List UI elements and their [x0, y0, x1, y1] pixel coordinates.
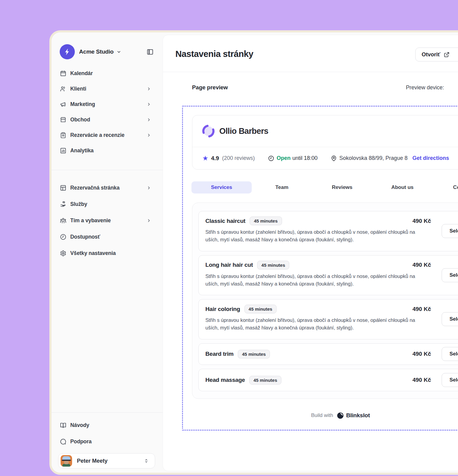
blinkslot-brand-name: Blinkslot [346, 412, 370, 419]
sidebar-item-tim-a-vybavenie[interactable]: Tím a vybavenie [51, 212, 163, 229]
select-button[interactable]: Select [442, 312, 458, 326]
chevron-right-icon [147, 218, 151, 223]
service-card-hair-coloring: Hair coloring 45 minutes 490 Kč Střih s … [198, 299, 458, 339]
layout-icon [60, 185, 66, 191]
service-card-classic-haircut: Classic haircut 45 minutes 490 Kč Střih … [198, 211, 458, 251]
service-price: 490 Kč [413, 351, 431, 357]
calendar-icon [60, 70, 66, 77]
chevrons-up-down-icon [144, 458, 149, 463]
header-divider [163, 72, 458, 72]
sidebar-item-navody[interactable]: Návody [51, 417, 163, 433]
sidebar-item-sluzby[interactable]: Služby [51, 196, 163, 212]
tab-contact[interactable]: Contact [433, 181, 458, 193]
service-name: Long hair hair cut [205, 262, 253, 268]
chevron-right-icon [147, 117, 151, 122]
workspace-logo [60, 44, 75, 59]
page-title: Nastavenia stránky [175, 49, 253, 59]
sidebar-item-klienti[interactable]: Klienti [51, 81, 163, 97]
duration-badge: 45 minutes [250, 217, 282, 225]
review-count: (200 reviews) [222, 155, 255, 161]
hand-heart-icon [60, 201, 66, 207]
workspace-switcher[interactable]: Acme Studio [60, 44, 121, 59]
service-name: Hair coloring [205, 306, 240, 312]
user-name: Peter Meety [77, 458, 108, 464]
service-name: Classic haircut [205, 218, 245, 224]
sidebar-divider [51, 412, 163, 413]
service-card-beard-trim: Beard trim 45 minutes 490 Kč Select [198, 343, 458, 365]
sidebar-item-obchod[interactable]: Obchod [51, 112, 163, 127]
duration-badge: 45 minutes [249, 376, 281, 385]
chevron-right-icon [147, 102, 151, 107]
lightning-bolt-icon [63, 48, 71, 56]
store-icon [60, 117, 66, 123]
sidebar-item-rezervacna-stranka[interactable]: Rezervačná stránka [51, 180, 163, 196]
duration-badge: 45 minutes [257, 261, 289, 269]
analytics-icon [60, 147, 66, 154]
tab-team[interactable]: Team [252, 181, 312, 193]
clock-icon [268, 155, 274, 161]
services-list: Classic haircut 45 minutes 490 Kč Střih … [192, 203, 458, 399]
external-link-icon [444, 52, 450, 58]
open-page-button[interactable]: Otvoriť [415, 48, 458, 61]
users-icon [60, 86, 66, 92]
business-name: Ollio Barbers [219, 127, 268, 136]
gear-icon [60, 250, 66, 256]
chevron-down-icon [117, 50, 121, 54]
avatar [61, 455, 72, 467]
sidebar-divider [51, 170, 163, 170]
main-panel: Nastavenia stránky Otvoriť Page preview … [163, 35, 458, 471]
tab-reviews[interactable]: Reviews [312, 181, 372, 193]
business-header-card: Ollio Barbers ★ 4.9 (200 reviews) Open [192, 115, 458, 170]
business-address: Sokolovska 88/99, Prague 8 [339, 155, 407, 161]
tab-services[interactable]: Services [191, 181, 252, 193]
rating-value: 4.9 [211, 155, 219, 162]
service-card-long-hair-cut: Long hair hair cut 45 minutes 490 Kč Stř… [198, 255, 458, 296]
sidebar-item-podpora[interactable]: Podpora [51, 433, 163, 450]
page-preview-frame: Ollio Barbers ★ 4.9 (200 reviews) Open [182, 106, 458, 431]
chevron-right-icon [147, 186, 151, 190]
sidebar-item-rezervacie[interactable]: Rezervácie a recenzie [51, 127, 163, 143]
sidebar-item-marketing[interactable]: Marketing [51, 97, 163, 112]
tab-about-us[interactable]: About us [372, 181, 433, 193]
sidebar-item-analytika[interactable]: Analytika [51, 143, 163, 158]
blinkslot-logo-icon [337, 412, 344, 419]
sidebar-item-kalendar[interactable]: Kalendár [51, 66, 163, 81]
book-icon [60, 422, 66, 428]
sidebar-nav-main: Kalendár Klienti Marketing Obchod [51, 66, 163, 158]
user-menu[interactable]: Peter Meety [58, 453, 155, 468]
sidebar-item-dostupnost[interactable]: Dostupnosť [51, 229, 163, 245]
duration-badge: 45 minutes [244, 305, 277, 313]
sidebar-item-vsetky-nastavenia[interactable]: Všetky nastavenia [51, 245, 163, 261]
chat-icon [60, 438, 66, 445]
clock-icon [60, 234, 66, 240]
service-price: 490 Kč [413, 377, 431, 383]
app-window: Acme Studio Kalendár [49, 30, 458, 475]
sidebar-nav-secondary: Rezervačná stránka Služby Tím a vybaveni… [51, 180, 163, 261]
select-button[interactable]: Select [442, 347, 458, 361]
page-preview-label: Page preview [192, 84, 228, 91]
select-button[interactable]: Select [442, 268, 458, 282]
select-button[interactable]: Select [442, 224, 458, 238]
service-description: Střih s úpravou kontur (zaholení břitvou… [205, 273, 416, 288]
business-logo [201, 124, 215, 138]
map-pin-icon [331, 155, 337, 161]
team-icon [60, 217, 66, 224]
service-name: Head massage [205, 377, 245, 383]
service-description: Střih s úpravou kontur (zaholení břitvou… [205, 316, 416, 332]
collapse-sidebar-icon[interactable] [147, 48, 154, 55]
duration-badge: 45 minutes [238, 350, 270, 359]
service-description: Střih s úpravou kontur (zaholení břitvou… [205, 228, 416, 243]
select-button[interactable]: Select [442, 373, 458, 387]
sidebar: Acme Studio Kalendár [51, 32, 163, 473]
workspace-name: Acme Studio [79, 48, 114, 55]
get-directions-link[interactable]: Get directions [412, 155, 449, 161]
star-icon: ★ [202, 155, 208, 162]
chevron-right-icon [147, 87, 151, 91]
service-card-head-massage: Head massage 45 minutes 490 Kč Select [198, 369, 458, 391]
service-name: Beard trim [205, 351, 234, 357]
service-price: 490 Kč [413, 262, 431, 268]
sidebar-nav-footer: Návody Podpora [51, 417, 163, 450]
preview-footer: Build with Blinkslot [183, 409, 458, 422]
preview-device-label: Preview device: [406, 84, 444, 91]
chevron-right-icon [147, 133, 151, 137]
